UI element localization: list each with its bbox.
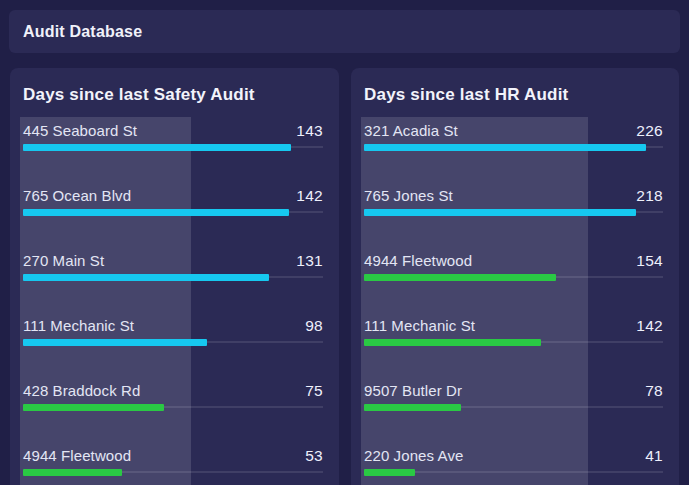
row-head: 321 Acadia St 226 [364, 117, 663, 144]
bar-fill [364, 404, 461, 411]
bar-track [364, 339, 663, 346]
row-head: 270 Main St 131 [23, 247, 323, 274]
row-value: 154 [636, 252, 663, 270]
row-label: 111 Mechanic St [364, 317, 475, 334]
row-label: 4944 Fleetwood [364, 252, 472, 269]
rows-container: 321 Acadia St 226 765 Jones St 218 4944 … [364, 117, 663, 485]
panel-title-safety: Days since last Safety Audit [10, 68, 339, 105]
row-value: 98 [305, 317, 323, 335]
row-value: 142 [296, 187, 323, 205]
bar-fill [23, 469, 122, 476]
bar-track [23, 144, 323, 151]
header-title: Audit Database [23, 23, 142, 41]
row-value: 78 [645, 382, 663, 400]
bar-fill [23, 404, 164, 411]
row-value: 218 [636, 187, 663, 205]
row-label: 765 Jones St [364, 187, 453, 204]
row-value: 143 [296, 122, 323, 140]
bar-track [364, 404, 663, 411]
row-head: 765 Jones St 218 [364, 182, 663, 209]
audit-row: 765 Jones St 218 [364, 182, 663, 216]
row-value: 53 [305, 447, 323, 465]
row-head: 428 Braddock Rd 75 [23, 377, 323, 404]
row-label: 445 Seaboard St [23, 122, 137, 139]
header-bar: Audit Database [9, 10, 680, 53]
rows-container: 445 Seaboard St 143 765 Ocean Blvd 142 2… [23, 117, 323, 485]
audit-row: 270 Main St 131 [23, 247, 323, 281]
audit-row: 9507 Butler Dr 78 [364, 377, 663, 411]
bar-fill [23, 274, 269, 281]
audit-row: 220 Jones Ave 41 [364, 442, 663, 476]
row-value: 75 [305, 382, 323, 400]
row-label: 321 Acadia St [364, 122, 458, 139]
panel-safety-audit: Days since last Safety Audit 445 Seaboar… [10, 68, 339, 485]
bar-track [23, 209, 323, 216]
bar-fill [364, 469, 415, 476]
bar-track [23, 274, 323, 281]
audit-row: 428 Braddock Rd 75 [23, 377, 323, 411]
row-label: 765 Ocean Blvd [23, 187, 131, 204]
bar-fill [23, 209, 289, 216]
row-head: 765 Ocean Blvd 142 [23, 182, 323, 209]
bar-fill [364, 339, 541, 346]
audit-row: 765 Ocean Blvd 142 [23, 182, 323, 216]
bar-fill [23, 144, 291, 151]
bar-track [23, 339, 323, 346]
row-label: 220 Jones Ave [364, 447, 463, 464]
bar-track [23, 404, 323, 411]
bar-track [364, 144, 663, 151]
row-label: 9507 Butler Dr [364, 382, 462, 399]
row-head: 220 Jones Ave 41 [364, 442, 663, 469]
bar-fill [364, 274, 556, 281]
row-label: 4944 Fleetwood [23, 447, 131, 464]
row-label: 111 Mechanic St [23, 317, 134, 334]
bar-track [364, 209, 663, 216]
panel-hr-audit: Days since last HR Audit 321 Acadia St 2… [351, 68, 679, 485]
bar-fill [23, 339, 207, 346]
bar-track [23, 469, 323, 476]
bar-track [364, 274, 663, 281]
row-label: 428 Braddock Rd [23, 382, 140, 399]
bar-track [364, 469, 663, 476]
row-head: 9507 Butler Dr 78 [364, 377, 663, 404]
row-head: 445 Seaboard St 143 [23, 117, 323, 144]
row-head: 4944 Fleetwood 53 [23, 442, 323, 469]
audit-row: 4944 Fleetwood 154 [364, 247, 663, 281]
row-value: 226 [636, 122, 663, 140]
row-head: 111 Mechanic St 98 [23, 312, 323, 339]
row-head: 111 Mechanic St 142 [364, 312, 663, 339]
panel-title-hr: Days since last HR Audit [351, 68, 679, 105]
bar-fill [364, 209, 636, 216]
audit-row: 321 Acadia St 226 [364, 117, 663, 151]
row-label: 270 Main St [23, 252, 104, 269]
bar-fill [364, 144, 646, 151]
row-head: 4944 Fleetwood 154 [364, 247, 663, 274]
audit-row: 111 Mechanic St 98 [23, 312, 323, 346]
row-value: 41 [645, 447, 663, 465]
row-value: 142 [636, 317, 663, 335]
row-value: 131 [296, 252, 323, 270]
audit-row: 4944 Fleetwood 53 [23, 442, 323, 476]
audit-row: 111 Mechanic St 142 [364, 312, 663, 346]
audit-row: 445 Seaboard St 143 [23, 117, 323, 151]
